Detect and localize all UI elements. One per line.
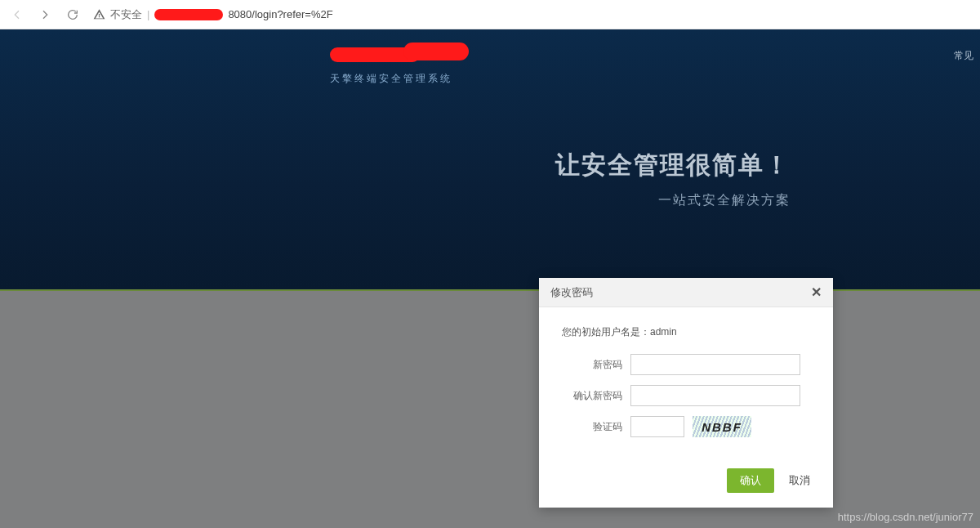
- label-captcha: 验证码: [562, 420, 622, 434]
- initial-username-prefix: 您的初始用户名是：: [562, 326, 650, 338]
- redacted-host: [154, 9, 223, 20]
- close-icon[interactable]: ✕: [811, 284, 822, 300]
- initial-username-text: 您的初始用户名是：admin: [562, 325, 810, 339]
- top-right-link[interactable]: 常见: [954, 49, 973, 63]
- insecure-label: 不安全: [110, 7, 142, 22]
- new-password-input[interactable]: [630, 354, 800, 375]
- brand-subtitle: 天擎终端安全管理系统: [330, 72, 461, 86]
- url-suffix: 8080/login?refer=%2F: [228, 8, 332, 20]
- forward-arrow-icon[interactable]: [38, 7, 52, 22]
- modal-title: 修改密码: [550, 285, 593, 300]
- redacted-logo: [330, 44, 461, 64]
- lower-panel: [0, 289, 980, 528]
- hero-banner: 天擎终端安全管理系统 让安全管理很简单！ 一站式安全解决方案 常见: [0, 29, 980, 289]
- label-confirm-password: 确认新密码: [562, 389, 622, 403]
- back-arrow-icon: [10, 7, 24, 22]
- confirm-button[interactable]: 确认: [727, 468, 774, 493]
- watermark-text: https://blog.csdn.net/junior77: [838, 511, 973, 523]
- change-password-modal: 修改密码 ✕ 您的初始用户名是：admin 新密码 确认新密码 验证码 NBBF…: [539, 278, 833, 508]
- modal-header: 修改密码 ✕: [539, 278, 833, 307]
- reload-icon[interactable]: [65, 7, 80, 22]
- browser-address-bar: 不安全 | 8080/login?refer=%2F: [0, 0, 980, 29]
- initial-username-value: admin: [650, 326, 677, 338]
- captcha-image[interactable]: NBBF: [693, 416, 751, 437]
- cancel-button[interactable]: 取消: [789, 473, 810, 488]
- captcha-input[interactable]: [630, 416, 684, 437]
- address-separator: |: [147, 8, 149, 20]
- hero-subhead: 一站式安全解决方案: [555, 192, 791, 209]
- hero-headline: 让安全管理很简单！: [555, 149, 791, 182]
- brand-area: 天擎终端安全管理系统: [330, 44, 461, 86]
- label-new-password: 新密码: [562, 358, 622, 372]
- address-area[interactable]: 不安全 | 8080/login?refer=%2F: [93, 7, 333, 22]
- insecure-warning-icon: [93, 8, 105, 20]
- confirm-password-input[interactable]: [630, 385, 800, 406]
